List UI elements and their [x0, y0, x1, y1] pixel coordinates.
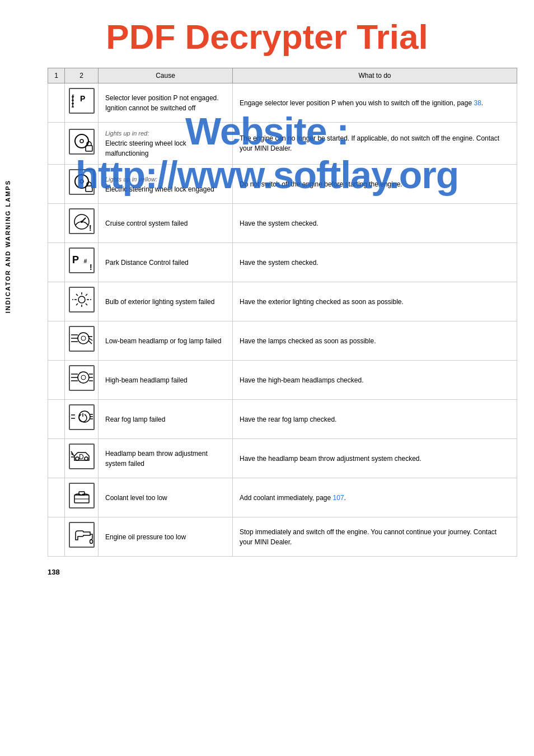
coolant-icon [69, 483, 95, 508]
rear-fog-svg [70, 405, 93, 429]
icon-cell [65, 165, 99, 204]
row-number [48, 517, 65, 557]
what-to-do-cell: Have the system checked. [233, 243, 517, 282]
svg-point-8 [80, 139, 83, 143]
svg-point-20 [78, 296, 85, 303]
svg-point-43 [81, 375, 86, 380]
row-number [48, 204, 65, 243]
table-row: Bulb of exterior lighting system failed … [48, 282, 517, 321]
svg-point-54 [85, 457, 88, 460]
svg-line-28 [76, 304, 78, 305]
icon-cell [65, 478, 99, 517]
what-to-do-cell: Engage selector lever position P when yo… [233, 83, 517, 123]
table-row: Engine oil pressure too low Stop immedia… [48, 517, 517, 557]
svg-line-25 [76, 294, 78, 296]
header-col2: 2 [65, 68, 99, 83]
cause-cell: Park Distance Control failed [99, 243, 233, 282]
svg-point-62 [90, 540, 92, 544]
what-to-do-cell: Have the exterior lighting checked as so… [233, 282, 517, 321]
table-row: D Headlamp beam throw adjustment system … [48, 439, 517, 478]
icon-cell [65, 361, 99, 400]
table-row: Lights up in yellow: Electric steering w… [48, 165, 517, 204]
cause-cell: Low-beam headlamp or fog lamp failed [99, 321, 233, 361]
p-gear-svg: P ↕ [70, 89, 93, 113]
icon-cell [65, 321, 99, 361]
main-content: 1 2 Cause What to do P ↕ [48, 68, 517, 557]
svg-point-15 [81, 221, 83, 223]
icon-cell: D [65, 439, 99, 478]
page-number: 138 [48, 568, 534, 576]
svg-text:D: D [79, 453, 84, 461]
row-number [48, 439, 65, 478]
svg-text:＃: ＃ [82, 258, 88, 264]
park-distance-icon: P ＃ ! [69, 248, 95, 273]
svg-point-47 [79, 411, 90, 422]
what-to-do-cell: Have the system checked. [233, 204, 517, 243]
svg-point-34 [78, 333, 89, 344]
steering-lock-icon [69, 129, 95, 155]
coolant-svg [70, 484, 93, 507]
high-beam-svg [70, 366, 93, 390]
exterior-lighting-icon [69, 287, 95, 312]
svg-point-11 [80, 180, 83, 183]
low-beam-icon [69, 326, 95, 352]
svg-text:P: P [80, 94, 85, 103]
svg-line-27 [86, 294, 87, 296]
svg-text:!: ! [90, 263, 92, 272]
icon-cell [65, 282, 99, 321]
svg-point-42 [78, 372, 89, 383]
what-to-do-cell: Have the lamps checked as soon as possib… [233, 321, 517, 361]
sidebar: INDICATOR AND WARNING LAMPS [0, 73, 16, 420]
header-what-to-do: What to do [233, 68, 517, 83]
svg-point-35 [81, 336, 86, 340]
icon-cell: P ↕ [65, 83, 99, 123]
row-number [48, 123, 65, 165]
cruise-control-icon: ! [69, 208, 95, 234]
table-row: Coolant level too low Add coolant immedi… [48, 478, 517, 517]
row-number [48, 165, 65, 204]
p-gear-icon: P ↕ [69, 88, 95, 114]
rear-fog-icon [69, 404, 95, 430]
headlamp-beam-svg: D [70, 445, 93, 468]
icon-cell: P ＃ ! [65, 243, 99, 282]
row-number [48, 243, 65, 282]
steering-lock-svg [70, 130, 93, 153]
header-col1: 1 [48, 68, 65, 83]
cause-cell: Selector lever position P not engaged. I… [99, 83, 233, 123]
cause-cell: Rear fog lamp failed [99, 400, 233, 439]
cause-cell: Bulb of exterior lighting system failed [99, 282, 233, 321]
svg-line-36 [89, 338, 92, 340]
what-to-do-cell: Have the rear fog lamp checked. [233, 400, 517, 439]
icon-cell: ! [65, 204, 99, 243]
icon-cell [65, 123, 99, 165]
row-number [48, 478, 65, 517]
svg-line-26 [86, 304, 87, 305]
what-to-do-cell: Have the headlamp beam throw adjustment … [233, 439, 517, 478]
row-number [48, 83, 65, 123]
what-to-do-cell: Stop immediately and switch off the engi… [233, 517, 517, 557]
svg-line-37 [88, 340, 92, 344]
what-to-do-cell: Have the high-beam headlamps checked. [233, 361, 517, 400]
headlamp-beam-icon: D [69, 444, 95, 469]
table-row: ! Cruise control system failed Have the … [48, 204, 517, 243]
table-row: Low-beam headlamp or fog lamp failed Hav… [48, 321, 517, 361]
what-to-do-cell: Do not switch off the engine before star… [233, 165, 517, 204]
svg-text:P: P [72, 254, 79, 265]
park-distance-svg: P ＃ ! [70, 249, 93, 272]
what-to-do-cell: The engine can no longer be started. If … [233, 123, 517, 165]
oil-pressure-icon [69, 522, 95, 548]
row-number [48, 400, 65, 439]
icon-cell [65, 400, 99, 439]
row-number [48, 321, 65, 361]
sidebar-label: INDICATOR AND WARNING LAMPS [4, 180, 11, 313]
table-row: Lights up in red: Electric steering whee… [48, 123, 517, 165]
steering-lock-yellow-icon [69, 169, 95, 195]
cause-cell: Cruise control system failed [99, 204, 233, 243]
table-row: Rear fog lamp failed Have the rear fog l… [48, 400, 517, 439]
oil-pressure-svg [70, 523, 93, 547]
icon-cell [65, 517, 99, 557]
svg-text:!: ! [89, 223, 92, 232]
exterior-lighting-svg [70, 288, 93, 311]
cause-cell: Coolant level too low [99, 478, 233, 517]
what-to-do-cell: Add coolant immediately, page 107. [233, 478, 517, 517]
